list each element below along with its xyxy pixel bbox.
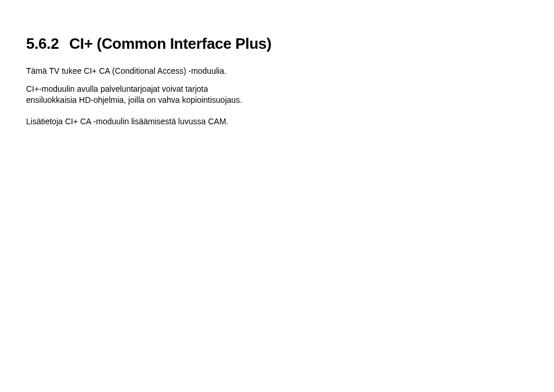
section-number: 5.6.2 (26, 35, 59, 53)
paragraph-1: Tämä TV tukee CI+ CA (Conditional Access… (26, 66, 247, 77)
section-heading: 5.6.2CI+ (Common Interface Plus) (26, 35, 528, 53)
section-title: CI+ (Common Interface Plus) (69, 35, 271, 52)
paragraph-2: CI+-moduulin avulla palveluntarjoajat vo… (26, 84, 247, 106)
paragraph-3: Lisätietoja CI+ CA -moduulin lisäämisest… (26, 116, 247, 127)
